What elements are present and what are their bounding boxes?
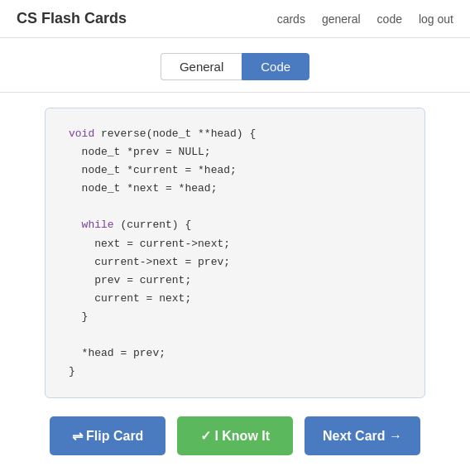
toggle-code[interactable]: Code — [242, 53, 309, 80]
nav: cards general code log out — [277, 12, 453, 26]
next-card-button[interactable]: Next Card → — [305, 416, 420, 455]
know-it-button[interactable]: ✓ I Know It — [177, 416, 293, 455]
flash-card: void reverse(node_t **head) { node_t *pr… — [45, 108, 425, 398]
bottom-buttons: ⇌ Flip Card ✓ I Know It Next Card → — [0, 416, 470, 455]
toggle-container: General Code — [0, 53, 470, 80]
card-area: void reverse(node_t **head) { node_t *pr… — [0, 108, 470, 398]
nav-cards[interactable]: cards — [277, 12, 305, 26]
nav-logout[interactable]: log out — [419, 12, 453, 26]
nav-general[interactable]: general — [322, 12, 361, 26]
header: CS Flash Cards cards general code log ou… — [0, 0, 470, 38]
divider — [0, 92, 470, 93]
toggle-general[interactable]: General — [161, 53, 242, 80]
nav-code[interactable]: code — [377, 12, 402, 26]
code-content: void reverse(node_t **head) { node_t *pr… — [69, 125, 401, 381]
flip-card-button[interactable]: ⇌ Flip Card — [50, 416, 165, 455]
app-title: CS Flash Cards — [17, 10, 127, 27]
